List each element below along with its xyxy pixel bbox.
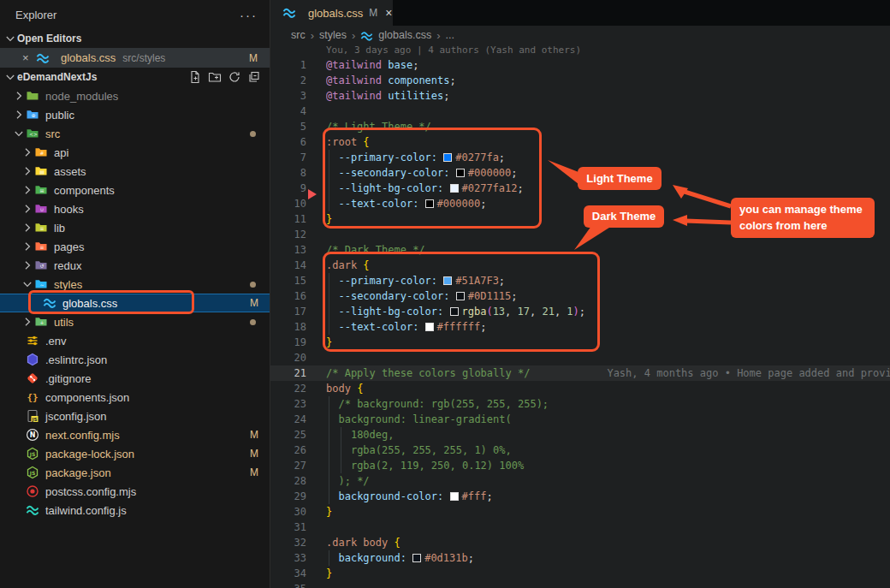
breadcrumb-globals-css[interactable]: globals.css bbox=[378, 29, 431, 41]
close-icon[interactable]: × bbox=[385, 6, 392, 20]
code-line-16[interactable]: 16 --secondary-color: #0D1115; bbox=[270, 288, 890, 304]
line-number: 30 bbox=[270, 504, 306, 520]
tree-item-src[interactable]: <>src bbox=[0, 124, 270, 143]
folder-components-icon: ⊞ bbox=[34, 183, 49, 197]
tree-item-label: styles bbox=[54, 278, 82, 291]
code-line-18[interactable]: 18 --text-color: #ffffff; bbox=[270, 319, 890, 335]
new-file-icon[interactable] bbox=[188, 70, 202, 84]
code-line-9[interactable]: 9 --light-bg-color: #0277fa12; bbox=[270, 181, 890, 196]
code-line-30[interactable]: 30} bbox=[270, 504, 890, 520]
tree-item-hooks[interactable]: ∪hooks bbox=[0, 199, 270, 218]
breadcrumb-more[interactable]: ... bbox=[446, 29, 454, 41]
line-number: 23 bbox=[270, 396, 306, 412]
tree-item-jsconfig-json[interactable]: JSjsconfig.json bbox=[0, 407, 270, 425]
tree-item-tailwind-config-js[interactable]: tailwind.config.js bbox=[0, 501, 270, 520]
code-line-3[interactable]: 3@tailwind utilities; bbox=[270, 88, 890, 104]
svg-text:↺: ↺ bbox=[39, 263, 44, 269]
tab-globals-css[interactable]: globals.css M × bbox=[270, 0, 393, 26]
code-area[interactable]: 1@tailwind base;2@tailwind components;3@… bbox=[270, 57, 890, 588]
code-line-10[interactable]: 10 --text-color: #000000; bbox=[270, 196, 890, 211]
close-icon[interactable]: × bbox=[22, 51, 36, 64]
breadcrumb-styles[interactable]: styles bbox=[319, 29, 347, 41]
code-line-7[interactable]: 7 --primary-color: #0277fa; bbox=[270, 150, 890, 165]
tree-item-redux[interactable]: ↺redux bbox=[0, 256, 270, 275]
code-line-21[interactable]: 21/* Apply these colors globally */Yash,… bbox=[270, 365, 890, 381]
code-line-29[interactable]: 29 background-color: #fff; bbox=[270, 489, 890, 504]
code-line-2[interactable]: 2@tailwind components; bbox=[270, 73, 890, 88]
code-line-27[interactable]: 27 rgba(2, 119, 250, 0.12) 100% bbox=[270, 458, 890, 473]
git-modified-dot bbox=[250, 131, 256, 137]
tree-item-label: utils bbox=[54, 316, 74, 329]
code-line-35[interactable]: 35 bbox=[270, 581, 890, 588]
code-line-4[interactable]: 4 bbox=[270, 104, 890, 119]
line-number: 10 bbox=[270, 196, 306, 211]
code-line-23[interactable]: 23 /* background: rgb(255, 255, 255); bbox=[270, 396, 890, 412]
tree-item-label: jsconfig.json bbox=[45, 410, 107, 423]
code-line-24[interactable]: 24 background: linear-gradient( bbox=[270, 412, 890, 427]
code-line-14[interactable]: 14.dark { bbox=[270, 258, 890, 273]
open-editors-header[interactable]: Open Editors bbox=[0, 29, 270, 48]
code-line-20[interactable]: 20 bbox=[270, 350, 890, 365]
tree-item-components-json[interactable]: {}components.json bbox=[0, 388, 270, 407]
tree-item-components[interactable]: ⊞components bbox=[0, 181, 270, 199]
refresh-icon[interactable] bbox=[228, 70, 241, 84]
open-editor-file-name: globals.css bbox=[61, 51, 116, 64]
tailwind-file-icon bbox=[282, 6, 297, 20]
code-line-11[interactable]: 11} bbox=[270, 211, 890, 227]
tree-item-postcss-config-mjs[interactable]: postcss.config.mjs bbox=[0, 482, 270, 501]
code-line-8[interactable]: 8 --secondary-color: #000000; bbox=[270, 165, 890, 181]
collapse-all-icon[interactable] bbox=[247, 70, 261, 84]
line-number: 33 bbox=[270, 550, 306, 566]
chevron-collapsed-icon bbox=[21, 221, 34, 235]
tailwind-file-icon bbox=[360, 29, 373, 42]
code-line-19[interactable]: 19} bbox=[270, 335, 890, 350]
code-line-26[interactable]: 26 rgba(255, 255, 255, 1) 0%, bbox=[270, 442, 890, 458]
code-line-1[interactable]: 1@tailwind base; bbox=[270, 57, 890, 73]
code-line-34[interactable]: 34} bbox=[270, 566, 890, 581]
tree-item-public[interactable]: ⊕public bbox=[0, 105, 270, 124]
tree-item-styles[interactable]: ~styles bbox=[0, 275, 270, 294]
code-line-31[interactable]: 31 bbox=[270, 520, 890, 535]
chevron-spacer bbox=[12, 484, 26, 498]
tree-item-label: postcss.config.mjs bbox=[45, 485, 136, 498]
tree-item-label: node_modules bbox=[45, 90, 118, 103]
tree-item--env[interactable]: .env bbox=[0, 331, 270, 350]
tree-item-next-config-mjs[interactable]: Nnext.config.mjsM bbox=[0, 425, 270, 444]
tree-item-node-modules[interactable]: node_modules bbox=[0, 86, 270, 105]
tree-item-pages[interactable]: ≡pages bbox=[0, 237, 270, 256]
more-actions-icon[interactable]: ··· bbox=[240, 8, 258, 22]
code-line-17[interactable]: 17 --light-bg-color: rgba(13, 17, 21, 1)… bbox=[270, 304, 890, 319]
tree-item-lib[interactable]: ≡lib bbox=[0, 218, 270, 237]
line-number: 20 bbox=[270, 350, 306, 365]
code-line-13[interactable]: 13/* Dark Theme */ bbox=[270, 242, 890, 258]
code-line-33[interactable]: 33 background: #0d131b; bbox=[270, 550, 890, 566]
svg-text:~: ~ bbox=[39, 282, 44, 288]
code-line-22[interactable]: 22body { bbox=[270, 381, 890, 396]
tree-item-assets[interactable]: ▤assets bbox=[0, 162, 270, 181]
tree-item-package-json[interactable]: JSpackage.jsonM bbox=[0, 463, 270, 482]
breadcrumb-src[interactable]: src bbox=[291, 29, 306, 41]
open-editor-item-globals-css[interactable]: × globals.css src/styles M bbox=[0, 48, 270, 68]
tree-item-label: tailwind.config.js bbox=[45, 504, 127, 517]
svg-text:{}: {} bbox=[27, 392, 38, 403]
chevron-spacer bbox=[12, 466, 26, 479]
new-folder-icon[interactable] bbox=[208, 70, 222, 84]
code-line-32[interactable]: 32.dark body { bbox=[270, 535, 890, 550]
tree-item-label: assets bbox=[54, 165, 86, 178]
project-section-header[interactable]: eDemandNextJs bbox=[0, 68, 270, 86]
code-line-5[interactable]: 5/* Light Theme */ bbox=[270, 119, 890, 134]
tree-item-api[interactable]: #api bbox=[0, 143, 270, 162]
code-line-6[interactable]: 6:root { bbox=[270, 134, 890, 150]
code-line-12[interactable]: 12 bbox=[270, 227, 890, 242]
code-line-25[interactable]: 25 180deg, bbox=[270, 427, 890, 442]
code-line-15[interactable]: 15 --primary-color: #51A7F3; bbox=[270, 273, 890, 288]
tree-item--gitignore[interactable]: .gitignore bbox=[0, 369, 270, 388]
tree-item-globals-css[interactable]: globals.cssM bbox=[0, 294, 270, 312]
code-line-28[interactable]: 28 ); */ bbox=[270, 473, 890, 489]
chevron-collapsed-icon bbox=[21, 258, 34, 272]
tree-item-utils[interactable]: +utils bbox=[0, 312, 270, 331]
tree-item--eslintrc-json[interactable]: .eslintrc.json bbox=[0, 350, 270, 369]
color-swatch bbox=[450, 492, 459, 501]
tree-item-package-lock-json[interactable]: JSpackage-lock.jsonM bbox=[0, 444, 270, 463]
tree-item-label: hooks bbox=[54, 203, 84, 216]
